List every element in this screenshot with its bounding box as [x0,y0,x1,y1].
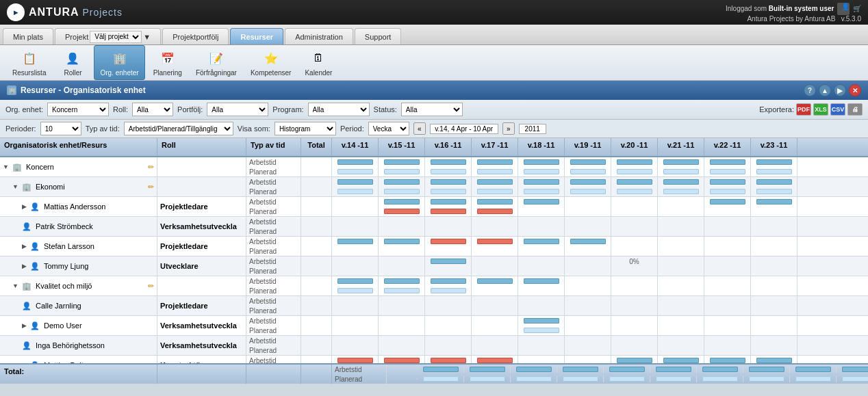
toolbar-kalender[interactable]: 🗓 Kalender [299,46,337,79]
histogram-bar [570,179,606,185]
expand-icon[interactable]: ▶ [22,243,27,250]
roll-select[interactable]: Alla [132,103,173,116]
week-cell [751,276,797,286]
perioder-select[interactable]: 10 [40,122,81,135]
toolbar-org-enheter[interactable]: 🏢 Org. enheter [94,45,144,80]
footer-histogram-bar [516,367,552,372]
total-cell [301,197,332,207]
week-cell [658,237,704,246]
expand-icon[interactable]: ▶ [22,322,27,329]
export-icons: Exportera: PDF XLS CSV 🖨 [759,103,863,116]
week-cell [751,157,797,167]
histogram-bar [477,239,513,244]
visa-som-select[interactable]: Histogram [275,122,336,135]
cart-icon[interactable]: 🛒 [853,5,861,12]
projekt-select[interactable]: Välj projekt [90,31,142,43]
period-next-button[interactable]: » [502,122,515,135]
period-select[interactable]: Vecka [368,122,409,135]
footer-histogram-bar [563,376,598,382]
typ-av-tid-select[interactable]: Arbetstid/Planerad/Tillgänglig [124,122,233,135]
portfolj-select[interactable]: Alla [207,103,268,116]
tab-administration[interactable]: Administration [285,28,353,44]
week-cell [518,226,565,236]
week-cell [332,226,379,236]
org-icon: 🏢 [12,163,22,172]
week-cell [518,217,565,226]
week-cell [332,306,379,315]
expand-icon[interactable]: ▼ [12,183,18,190]
total-cell [301,306,332,315]
week-cell [658,217,704,226]
week-cell [704,177,751,187]
role-cell [157,157,246,176]
tree-name: Koncern [26,163,54,171]
week-cell [704,157,751,167]
edit-icon[interactable]: ✏ [148,183,154,192]
week-cell [704,197,751,207]
status-select[interactable]: Alla [401,103,463,116]
org-enhet-select[interactable]: Koncern [47,103,109,116]
footer-histogram-bar [842,376,869,382]
expand-icon[interactable]: ▼ [3,163,9,170]
week-cell [425,336,472,345]
week-cell [751,167,797,176]
histogram-bar [477,179,513,185]
toolbar-kompetenser[interactable]: ⭐ Kompetenser [245,46,296,79]
week-cell [658,167,704,176]
week-cell [565,306,611,315]
person-icon: 👤 [30,262,40,271]
week-cell [379,266,425,276]
tab-projektportfolj[interactable]: Projektportfölj [162,28,229,44]
toolbar-forfrågningar[interactable]: 📝 Förfrågningar [190,46,242,79]
planering-label: Planering [153,69,182,77]
week-cell [751,336,797,345]
export-pdf-button[interactable]: PDF [796,103,811,116]
week-cell [565,256,611,266]
histogram-bar [524,278,559,284]
export-xls-button[interactable]: XLS [813,103,828,116]
tab-projekt[interactable]: Projekt Välj projekt ▼ [55,28,161,44]
program-select[interactable]: Alla [308,103,370,116]
toolbar: 📋 Resurslista 👤 Roller 🏢 Org. enheter 📅 … [0,45,868,81]
week-cell [704,167,751,176]
expand-icon[interactable]: ▶ [22,263,27,269]
histogram-bar [756,189,792,194]
type-cell: Planerad [246,266,301,276]
col-header-w22: v.22 -11 [704,138,751,156]
histogram-bar [384,179,420,185]
user-icon[interactable]: 👤 [837,3,850,15]
toolbar-resurslista[interactable]: 📋 Resurslista [7,46,51,79]
period-prev-button[interactable]: « [413,122,426,135]
close-button[interactable]: ✕ [849,84,861,96]
tab-min-plats[interactable]: Min plats [3,28,53,44]
toolbar-planering[interactable]: 📅 Planering [148,46,188,79]
tree-cell: ▶👤Stefan Larsson [0,237,157,256]
histogram-bar [756,159,792,165]
edit-icon[interactable]: ✏ [148,282,154,291]
week-cell [565,237,611,246]
week-cell [518,177,565,187]
arrow-button[interactable]: ▶ [834,84,846,96]
week-cell [425,316,472,326]
toolbar-roller[interactable]: 👤 Roller [54,46,91,79]
week-cell [379,237,425,246]
tab-support[interactable]: Support [355,28,402,44]
minimize-button[interactable]: ▲ [819,84,831,96]
histogram-bar [431,199,466,204]
help-button[interactable]: ? [804,84,816,96]
week-cell [332,217,379,226]
week-cell [611,276,658,286]
week-cell [611,187,658,196]
export-csv-button[interactable]: CSV [830,103,845,116]
histogram-bar [337,189,373,194]
tree-name: Patrik Strömbeck [36,222,93,230]
total-cell [301,217,332,226]
total-cell [301,167,332,176]
expand-icon[interactable]: ▶ [22,203,27,210]
export-print-button[interactable]: 🖨 [847,103,863,116]
histogram-bar [477,159,513,165]
expand-icon[interactable]: ▼ [12,282,18,289]
tab-resurser[interactable]: Resurser [230,28,283,44]
edit-icon[interactable]: ✏ [148,163,154,172]
week-cell [611,246,658,256]
